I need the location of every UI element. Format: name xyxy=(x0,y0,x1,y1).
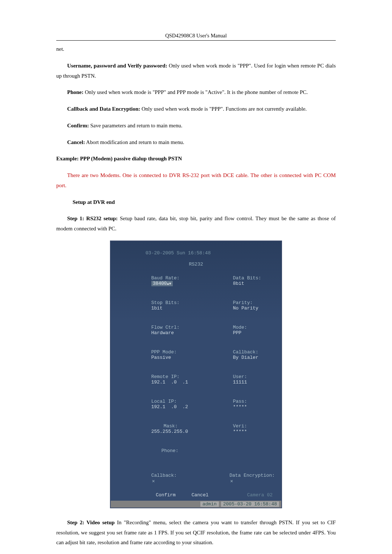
callback-mode-value[interactable]: By Dialer xyxy=(233,355,258,360)
label-callback-encryption: Callback and Data Encryption: xyxy=(67,106,140,112)
remote-ip-label: Remote IP: xyxy=(151,374,180,379)
header-divider xyxy=(56,40,336,41)
label-confirm: Confirm: xyxy=(67,123,89,128)
flow-ctrl-label: Flow Ctrl: xyxy=(151,325,180,330)
cancel-button[interactable]: Cancel xyxy=(192,492,209,498)
veri-value[interactable]: ***** xyxy=(233,429,247,434)
label-phone: Phone: xyxy=(67,89,83,95)
setup-heading: Setup at DVR end xyxy=(56,197,336,208)
local-ip-value[interactable]: 192.1 .0 .2 xyxy=(151,404,188,410)
ppp-mode-value[interactable]: Passive xyxy=(151,355,171,360)
label-cancel: Cancel: xyxy=(67,139,85,145)
para-step2: Step 2: Video setup In "Recording" menu,… xyxy=(56,518,336,548)
mask-value[interactable]: 255.255.255.0 xyxy=(151,429,188,434)
rs232-screenshot: 03-20-2005 Sun 16:58:48 RS232 Baud Rate:… xyxy=(56,241,336,508)
user-label: User: xyxy=(233,374,247,379)
parity-value[interactable]: No Parity xyxy=(233,305,258,311)
net-continuation: net. xyxy=(56,44,336,54)
pass-value[interactable]: ***** xyxy=(233,404,247,410)
dropdown-arrow-icon: ▲▼ xyxy=(167,282,171,286)
status-user: admin xyxy=(200,501,219,507)
baud-rate-label: Baud Rate: xyxy=(151,275,180,281)
para-username-password: Username, password and Verify password: … xyxy=(56,61,336,81)
remote-ip-value[interactable]: 192.1 .0 .1 xyxy=(151,379,188,385)
stop-bits-label: Stop Bits: xyxy=(151,300,180,305)
para-callback-encryption: Callback and Data Encryption: Only used … xyxy=(56,104,336,114)
data-bits-value[interactable]: 8bit xyxy=(233,281,244,286)
rs232-title: RS232 xyxy=(189,262,203,267)
text-callback-encryption: Only used when work mode is "PPP". Funct… xyxy=(140,106,307,112)
para-cancel: Cancel: Abort modification and return to… xyxy=(56,138,336,148)
label-step1: Step 1: RS232 setup: xyxy=(67,216,118,221)
data-bits-label: Data Bits: xyxy=(233,275,261,281)
close-x-icon[interactable]: ✕ xyxy=(230,479,233,484)
phone-field-label: Phone: xyxy=(162,448,179,454)
user-value[interactable]: 11111 xyxy=(233,379,247,385)
para-step1: Step 1: RS232 setup: Setup baud rate, da… xyxy=(56,214,336,234)
data-encryption-label: Data Encryption: xyxy=(229,473,275,478)
para-confirm: Confirm: Save parameters and return to m… xyxy=(56,121,336,131)
status-datetime: 2005-03-20 16:58:48 xyxy=(221,501,279,507)
text-phone: Only used when work mode is "PPP" and PP… xyxy=(83,89,308,95)
page-header-title: QSD42908C8 User's Manual xyxy=(56,33,336,39)
example-heading: Example: PPP (Modem) passive dialup thro… xyxy=(56,154,336,164)
rs232-date-text: 03-20-2005 Sun 16:58:48 xyxy=(146,250,211,256)
local-ip-label: Local IP: xyxy=(151,399,177,404)
pass-label: Pass: xyxy=(233,399,247,404)
close-x-icon[interactable]: ✕ xyxy=(152,479,155,484)
text-cancel: Abort modification and return to main me… xyxy=(85,139,184,145)
mode-label: Mode: xyxy=(233,325,247,330)
camera-label: Camera 02 xyxy=(247,492,273,498)
confirm-button[interactable]: Confirm xyxy=(156,492,176,498)
rs232-dialog: 03-20-2005 Sun 16:58:48 RS232 Baud Rate:… xyxy=(110,241,282,508)
label-username-password: Username, password and Verify password: xyxy=(67,63,167,69)
status-bar: admin 2005-03-20 16:58:48 xyxy=(111,501,281,508)
callback-mode-label: Callback: xyxy=(233,349,258,355)
veri-label: Veri: xyxy=(233,423,247,429)
mode-value[interactable]: PPP xyxy=(233,330,241,336)
parity-label: Parity: xyxy=(233,300,253,305)
stop-bits-value[interactable]: 1bit xyxy=(151,305,163,311)
callback-checkbox-label: Callback: xyxy=(151,473,177,478)
mask-label: Mask: xyxy=(164,423,178,429)
label-step2: Step 2: Video setup xyxy=(67,520,115,525)
baud-rate-select[interactable]: 38400▲▼ xyxy=(151,281,173,286)
flow-ctrl-value[interactable]: Hardware xyxy=(151,330,174,336)
red-note: There are two Modems. One is connected t… xyxy=(56,171,336,191)
ppp-mode-label: PPP Mode: xyxy=(151,349,177,355)
para-phone: Phone: Only used when work mode is "PPP"… xyxy=(56,87,336,98)
text-confirm: Save parameters and return to main menu. xyxy=(89,123,182,128)
